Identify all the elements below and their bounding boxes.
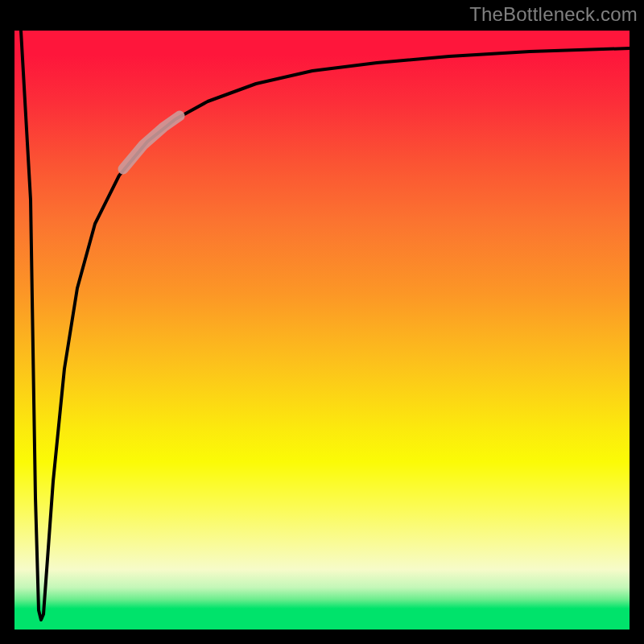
chart-frame: TheBottleneck.com xyxy=(0,0,644,644)
watermark-text: TheBottleneck.com xyxy=(469,3,638,26)
bottleneck-curve xyxy=(21,31,630,620)
curve-highlight xyxy=(123,116,180,169)
curve-layer xyxy=(14,31,630,630)
plot-area xyxy=(14,31,630,630)
